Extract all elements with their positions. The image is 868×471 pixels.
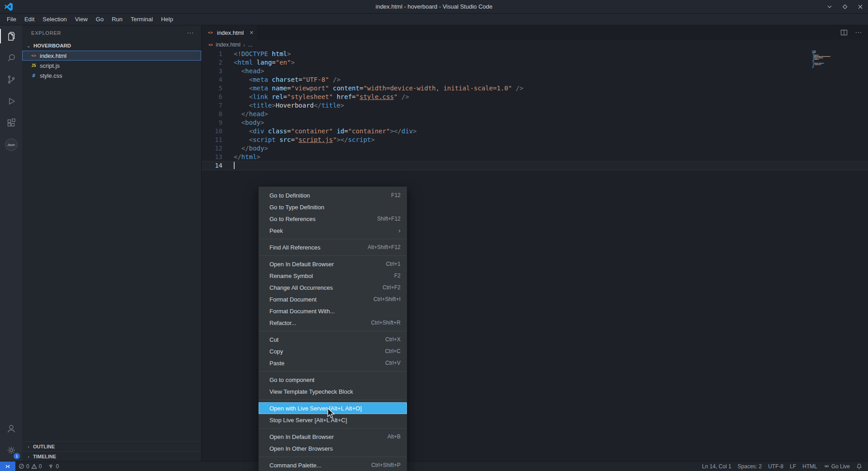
file-script.js[interactable]: JSscript.js <box>22 61 201 71</box>
context-menu-item[interactable]: Open In Default BrowserCtrl+1 <box>259 258 407 270</box>
context-menu-item[interactable]: Open In Other Browsers <box>259 443 407 454</box>
menu-run[interactable]: Run <box>108 14 127 24</box>
code-text: <body> <box>234 118 264 127</box>
encoding[interactable]: UTF-8 <box>765 462 787 471</box>
context-menu-item[interactable]: Go to DefinitionF12 <box>259 189 407 201</box>
menu-go[interactable]: Go <box>92 14 108 24</box>
code-line-14[interactable]: 14 <box>202 161 868 170</box>
menu-item-shortcut: Shift+F12 <box>377 216 401 222</box>
warning-icon <box>31 463 37 469</box>
more-actions-icon[interactable]: ⋯ <box>855 28 862 37</box>
submenu-arrow-icon: › <box>398 227 401 234</box>
code-line-2[interactable]: 2<html lang="en"> <box>202 58 868 67</box>
context-menu-item[interactable]: Refactor...Ctrl+Shift+R <box>259 317 407 329</box>
vscode-logo <box>5 3 13 11</box>
context-menu-item[interactable]: CutCtrl+X <box>259 334 407 345</box>
maximize-button[interactable] <box>837 0 853 14</box>
menu-terminal[interactable]: Terminal <box>127 14 157 24</box>
file-style.css[interactable]: #style.css <box>22 71 201 80</box>
menu-separator <box>259 400 406 400</box>
code-line-11[interactable]: 11 <script src="script.js"></script> <box>202 136 868 144</box>
tab-label: index.html <box>217 29 244 36</box>
context-menu-item[interactable]: Format Document With... <box>259 305 407 317</box>
menu-item-shortcut: Ctrl+V <box>385 360 401 366</box>
activity-settings[interactable]: 1 <box>0 439 22 461</box>
code-line-3[interactable]: 3 <head> <box>202 67 868 75</box>
code-line-12[interactable]: 12 </body> <box>202 144 868 153</box>
menu-separator <box>259 371 406 372</box>
folder-section-hoverboard[interactable]: ⌄ HOVERBOARD <box>22 41 201 51</box>
activity-json-extension[interactable]: Json <box>0 134 22 155</box>
context-menu-item[interactable]: Rename SymbolF2 <box>259 270 407 282</box>
code-area[interactable]: 1<!DOCTYPE html>2<html lang="en">3 <head… <box>202 50 868 170</box>
file-index.html[interactable]: <>index.html <box>22 51 201 61</box>
context-menu-item[interactable]: Go to ReferencesShift+F12 <box>259 213 407 225</box>
breadcrumb-rest[interactable]: ... <box>248 42 252 48</box>
window-title: index.html - hoverboard - Visual Studio … <box>0 3 868 10</box>
code-line-5[interactable]: 5 <meta name="viewport" content="width=d… <box>202 84 868 93</box>
menu-item-label: Find All References <box>269 244 321 251</box>
context-menu-item[interactable]: Format DocumentCtrl+Shift+I <box>259 293 407 305</box>
split-editor-icon[interactable] <box>840 29 848 36</box>
remote-indicator[interactable] <box>0 462 15 471</box>
context-menu-item[interactable]: Change All OccurrencesCtrl+F2 <box>259 282 407 293</box>
context-menu-item[interactable]: Go to Type Definition <box>259 201 407 213</box>
code-line-10[interactable]: 10 <div class="container" id="container"… <box>202 127 868 136</box>
menu-selection[interactable]: Selection <box>38 14 71 24</box>
activity-account[interactable] <box>0 418 22 439</box>
context-menu-item[interactable]: CopyCtrl+C <box>259 345 407 357</box>
context-menu-item[interactable]: PasteCtrl+V <box>259 357 407 369</box>
menu-edit[interactable]: Edit <box>20 14 38 24</box>
breadcrumb-file[interactable]: index.html <box>216 42 241 48</box>
tab-close-icon[interactable]: × <box>250 29 253 36</box>
tab-bar: <> index.html × ⋯ <box>202 25 868 40</box>
menu-file[interactable]: File <box>3 14 20 24</box>
source-control-icon <box>6 74 17 85</box>
section-outline[interactable]: ›OUTLINE <box>22 441 201 451</box>
menu-view[interactable]: View <box>71 14 92 24</box>
notifications-bell[interactable] <box>853 462 865 471</box>
line-number: 10 <box>202 127 234 136</box>
context-menu-item[interactable]: Find All ReferencesAlt+Shift+F12 <box>259 241 407 253</box>
tab-index-html[interactable]: <> index.html × <box>202 25 258 40</box>
context-menu-item[interactable]: View Template Typecheck Block <box>259 386 407 397</box>
go-live-label: Go Live <box>831 463 850 470</box>
code-text: <!DOCTYPE html> <box>234 50 291 58</box>
activity-run-debug[interactable] <box>0 90 22 112</box>
file-name: script.js <box>40 62 60 69</box>
code-line-6[interactable]: 6 <link rel="stylesheet" href="style.css… <box>202 93 868 101</box>
status-ports[interactable]: 0 <box>45 462 62 471</box>
cursor-position[interactable]: Ln 14, Col 1 <box>699 462 735 471</box>
indentation[interactable]: Spaces: 2 <box>735 462 765 471</box>
menu-item-shortcut: Ctrl+1 <box>386 261 401 267</box>
menu-item-label: Go to component <box>269 377 315 383</box>
go-live-button[interactable]: Go Live <box>821 462 853 471</box>
menu-help[interactable]: Help <box>157 14 177 24</box>
context-menu-item[interactable]: Command Palette...Ctrl+Shift+P <box>259 459 407 471</box>
minimap[interactable] <box>812 51 848 70</box>
code-line-1[interactable]: 1<!DOCTYPE html> <box>202 50 868 58</box>
context-menu-item[interactable]: Go to component <box>259 374 407 386</box>
language-mode[interactable]: HTML <box>799 462 821 471</box>
activity-search[interactable] <box>0 47 22 69</box>
code-line-13[interactable]: 13</html> <box>202 153 868 161</box>
minimize-button[interactable] <box>822 0 837 14</box>
context-menu-item[interactable]: Open In Default BrowserAlt+B <box>259 431 407 443</box>
menu-item-label: Open In Other Browsers <box>269 445 333 452</box>
menu-item-shortcut: Alt+B <box>387 433 401 440</box>
section-timeline[interactable]: ›TIMELINE <box>22 451 201 461</box>
code-line-8[interactable]: 8 </head> <box>202 110 868 118</box>
menu-separator <box>259 239 406 239</box>
activity-explorer[interactable] <box>0 25 22 47</box>
explorer-more-actions-icon[interactable]: ⋯ <box>187 29 194 37</box>
context-menu-item[interactable]: Peek› <box>259 225 407 236</box>
code-line-7[interactable]: 7 <title>Hoverboard</title> <box>202 101 868 110</box>
eol-sequence[interactable]: LF <box>787 462 799 471</box>
js-file-icon: JS <box>30 63 37 68</box>
status-problems[interactable]: 0 0 <box>15 462 45 471</box>
code-line-9[interactable]: 9 <body> <box>202 118 868 127</box>
close-button[interactable] <box>853 0 868 14</box>
activity-extensions[interactable] <box>0 112 22 134</box>
code-line-4[interactable]: 4 <meta charset="UTF-8" /> <box>202 75 868 84</box>
activity-source-control[interactable] <box>0 69 22 90</box>
